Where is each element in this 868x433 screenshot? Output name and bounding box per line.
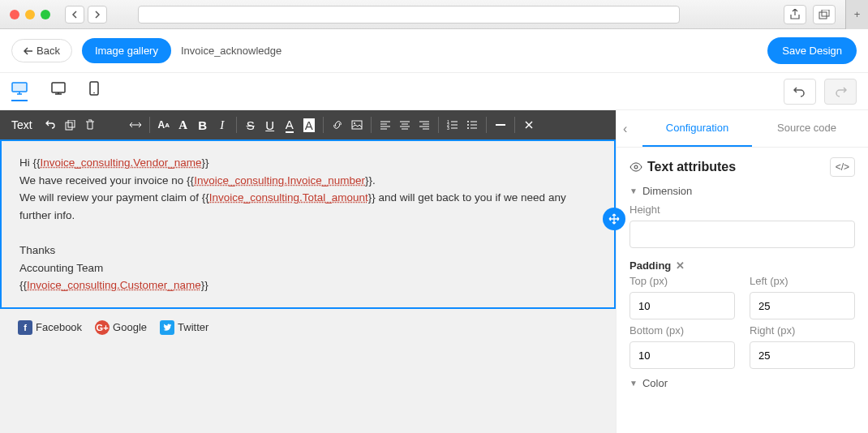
svg-rect-4	[52, 83, 65, 92]
facebook-link[interactable]: fFacebook	[18, 320, 82, 335]
clear-format-icon[interactable]	[520, 115, 538, 135]
align-right-icon[interactable]	[415, 115, 433, 135]
align-left-icon[interactable]	[376, 115, 394, 135]
code-toggle-icon[interactable]: </>	[830, 157, 855, 177]
padding-left-label: Left (px)	[750, 275, 855, 287]
padding-section: Padding ✕	[630, 259, 855, 272]
image-gallery-button[interactable]: Image gallery	[82, 38, 171, 63]
tablet-preview-icon[interactable]	[50, 82, 67, 101]
svg-point-17	[634, 165, 638, 169]
color-section[interactable]: ▼Color	[630, 377, 855, 389]
svg-point-16	[467, 127, 469, 129]
browser-forward-button[interactable]	[88, 6, 107, 24]
tab-configuration[interactable]: Configuration	[642, 110, 752, 147]
arrow-left-icon	[24, 47, 33, 55]
image-icon[interactable]	[348, 115, 366, 135]
underline-icon[interactable]: U	[261, 115, 279, 135]
svg-text:3: 3	[447, 126, 449, 130]
text-toolbar: Text AA A B I S U A A 123	[0, 110, 616, 139]
padding-bottom-input[interactable]	[630, 341, 735, 369]
padding-right-input[interactable]	[750, 341, 855, 369]
font-size-icon[interactable]: AA	[155, 115, 173, 135]
fullwidth-icon[interactable]	[127, 115, 144, 135]
facebook-icon: f	[18, 320, 32, 335]
undo-icon[interactable]	[42, 115, 60, 135]
toolbar-label: Text	[8, 118, 36, 131]
maximize-window-icon[interactable]	[41, 10, 50, 19]
close-window-icon[interactable]	[10, 10, 19, 19]
height-input[interactable]	[630, 221, 855, 248]
svg-rect-0	[819, 12, 827, 19]
back-label: Back	[37, 45, 60, 57]
google-link[interactable]: G+Google	[95, 320, 147, 335]
link-icon[interactable]	[329, 115, 346, 135]
bullet-list-icon[interactable]	[463, 115, 481, 135]
google-plus-icon: G+	[95, 320, 110, 335]
eye-icon	[630, 162, 642, 172]
property-tabs: ‹ Configuration Source code	[617, 110, 868, 148]
redo-button	[824, 79, 857, 105]
text-color-icon[interactable]: A	[281, 115, 299, 135]
svg-rect-9	[352, 121, 362, 129]
strikethrough-icon[interactable]: S	[242, 115, 260, 135]
dimension-section[interactable]: ▼Dimension	[630, 185, 855, 197]
copy-icon[interactable]	[62, 115, 79, 135]
save-design-button[interactable]: Save Design	[767, 37, 857, 64]
twitter-link[interactable]: Twitter	[160, 320, 208, 335]
padding-top-input[interactable]	[630, 292, 735, 319]
email-thanks[interactable]: Thanks	[19, 242, 596, 259]
bold-icon[interactable]: B	[194, 115, 212, 135]
svg-point-14	[467, 121, 469, 122]
social-row: fFacebook G+Google Twitter	[0, 309, 616, 346]
padding-clear-icon[interactable]: ✕	[676, 259, 685, 272]
padding-left-input[interactable]	[750, 292, 855, 319]
move-handle-icon[interactable]	[603, 208, 625, 230]
undo-button[interactable]	[784, 79, 816, 105]
align-center-icon[interactable]	[396, 115, 414, 135]
url-bar[interactable]	[138, 6, 680, 24]
hr-icon[interactable]	[492, 115, 509, 135]
padding-top-label: Top (px)	[630, 275, 735, 287]
svg-rect-3	[12, 83, 27, 92]
svg-rect-8	[68, 120, 75, 127]
email-line-2[interactable]: We have received your invoice no {{Invoi…	[19, 172, 596, 190]
desktop-preview-icon[interactable]	[11, 82, 28, 101]
twitter-icon	[160, 320, 174, 335]
font-family-icon[interactable]: A	[174, 115, 192, 135]
browser-nav	[65, 6, 107, 24]
height-label: Height	[630, 204, 855, 216]
text-block[interactable]: Hi {{Invoice_consulting.Vendor_name}} We…	[0, 139, 616, 309]
browser-back-button[interactable]	[65, 6, 84, 24]
text-bg-icon[interactable]: A	[300, 115, 318, 135]
svg-rect-1	[822, 10, 829, 16]
window-controls	[10, 10, 50, 19]
svg-point-6	[93, 92, 95, 93]
properties-title: Text attributes	[630, 160, 736, 174]
back-button[interactable]: Back	[11, 39, 72, 62]
padding-bottom-label: Bottom (px)	[630, 324, 735, 337]
italic-icon[interactable]: I	[213, 115, 231, 135]
svg-point-10	[354, 122, 355, 124]
padding-right-label: Right (px)	[750, 324, 855, 337]
ordered-list-icon[interactable]: 123	[444, 115, 462, 135]
properties-panel: ‹ Configuration Source code Text attribu…	[617, 110, 868, 433]
email-signature[interactable]: {{Invoice_consulting.Customer_name}}	[19, 277, 596, 294]
mobile-preview-icon[interactable]	[89, 81, 99, 102]
email-line-3[interactable]: We will review your payment claim of {{I…	[19, 189, 596, 224]
share-icon[interactable]	[784, 5, 806, 24]
browser-chrome: +	[0, 0, 868, 29]
trash-icon[interactable]	[81, 115, 99, 135]
device-preview-row	[0, 73, 868, 110]
email-line-1[interactable]: Hi {{Invoice_consulting.Vendor_name}}	[19, 154, 596, 172]
tab-source-code[interactable]: Source code	[752, 110, 862, 147]
panel-back-icon[interactable]: ‹	[623, 122, 642, 136]
editor-pane: Text AA A B I S U A A 123	[0, 110, 617, 433]
document-name: Invoice_acknowledge	[181, 45, 281, 57]
svg-point-15	[467, 124, 469, 126]
svg-rect-7	[66, 122, 72, 130]
canvas: Hi {{Invoice_consulting.Vendor_name}} We…	[0, 139, 616, 346]
tabs-icon[interactable]	[813, 5, 836, 24]
email-team[interactable]: Accounting Team	[19, 259, 596, 277]
minimize-window-icon[interactable]	[25, 10, 35, 19]
new-tab-button[interactable]: +	[845, 0, 868, 29]
